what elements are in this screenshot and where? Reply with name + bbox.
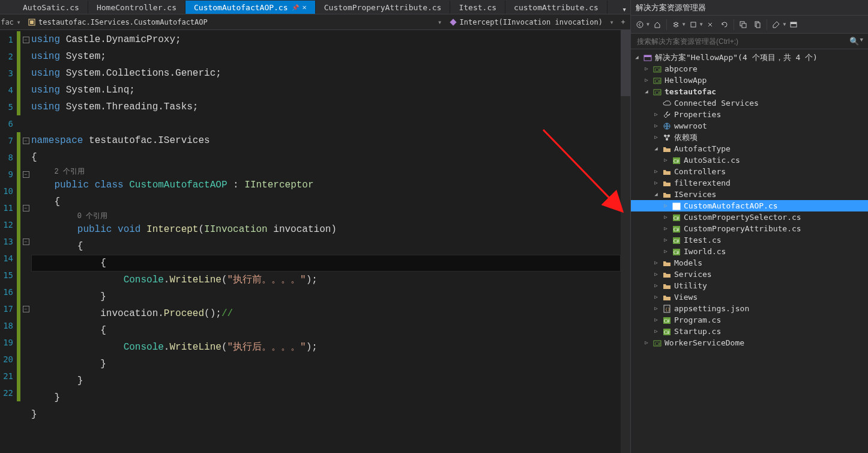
tree-node[interactable]: ▷C#AutoSatic.cs [631, 154, 868, 166]
switch-views-button[interactable] [669, 18, 683, 31]
code-surface[interactable]: using Castle.DynamicProxy;using System;u… [31, 30, 621, 453]
scroll-thumb[interactable] [621, 30, 630, 96]
fold-toggle[interactable]: − [23, 205, 29, 211]
code-line[interactable]: { [31, 255, 621, 272]
codelens[interactable]: 0 个引用 [77, 212, 107, 220]
collapse-all-button[interactable] [737, 18, 750, 31]
code-line[interactable]: using System.Linq; [31, 82, 621, 99]
expand-toggle[interactable]: ▷ [653, 120, 660, 132]
code-line[interactable]: } [31, 356, 621, 372]
expand-toggle[interactable]: ▷ [662, 246, 669, 257]
code-line[interactable]: } [31, 406, 621, 423]
tree-node[interactable]: Connected Services [631, 97, 868, 109]
fold-toggle[interactable]: − [23, 138, 29, 144]
tree-node[interactable]: ▷C#Program.cs [631, 314, 868, 326]
code-line[interactable]: } [31, 372, 621, 389]
expand-toggle[interactable]: ▷ [643, 337, 650, 348]
code-line[interactable]: { [31, 149, 621, 166]
expand-toggle[interactable]: ◢ [643, 86, 650, 97]
solution-node[interactable]: ◢ 解决方案"HellowApp"(4 个项目，共 4 个) [631, 52, 868, 63]
expand-toggle[interactable]: ▷ [653, 291, 660, 303]
nav-add-button[interactable]: ＋ [616, 17, 630, 27]
tree-node[interactable]: ▷依赖项 [631, 132, 868, 143]
tree-node[interactable]: ▷wwwroot [631, 120, 868, 132]
tree-node[interactable]: ▷Utility [631, 280, 868, 291]
tree-node[interactable]: ▷{}appsettings.json [631, 303, 868, 314]
solution-tree[interactable]: ◢ 解决方案"HellowApp"(4 个项目，共 4 个) ▷C#abpcor… [631, 49, 868, 453]
expand-toggle[interactable]: ▷ [653, 166, 660, 177]
expand-toggle[interactable]: ▷ [653, 280, 660, 291]
tree-node[interactable]: ◢IServices [631, 189, 868, 200]
code-line[interactable]: Console.WriteLine("执行后。。。。"); [31, 339, 621, 356]
tree-node[interactable]: ▷C#Itest.cs [631, 234, 868, 246]
expand-toggle[interactable]: ▷ [653, 269, 660, 280]
search-dropdown-icon[interactable]: ▼ [860, 37, 863, 46]
home-button[interactable] [651, 18, 664, 31]
editor-tab[interactable]: customAttribute.cs [505, 1, 607, 14]
editor-tab[interactable]: AutoSatic.cs [14, 1, 88, 14]
fold-toggle[interactable]: − [23, 37, 29, 43]
expand-toggle[interactable]: ▷ [653, 177, 660, 189]
editor-tab[interactable]: CustomAutofactAOP.cs📌✕ [185, 1, 316, 14]
expand-toggle[interactable]: ▷ [662, 223, 669, 234]
tree-node[interactable]: ▷Models [631, 257, 868, 269]
tree-node[interactable]: ▷C#HellowApp [631, 74, 868, 86]
tree-node[interactable]: ▷C#CustomPropertySelector.cs [631, 211, 868, 223]
tree-node[interactable]: ▷C#CustomAutofactAOP.cs [631, 200, 868, 211]
code-line[interactable]: using System.Threading.Tasks; [31, 99, 621, 115]
expand-toggle[interactable]: ▷ [653, 109, 660, 120]
expand-toggle[interactable]: ▷ [662, 211, 669, 223]
expand-toggle[interactable]: ▷ [653, 326, 660, 337]
sync-active-doc-button[interactable] [704, 18, 717, 31]
tree-node[interactable]: ▷C#abpcore [631, 63, 868, 74]
code-line[interactable]: invocation.Proceed();// [31, 305, 621, 322]
tree-node[interactable]: ▷C#WorkerServiceDome [631, 337, 868, 348]
code-line[interactable]: public class CustomAutofactAOP : IInterc… [31, 177, 621, 193]
fold-toggle[interactable]: − [23, 171, 29, 178]
code-line[interactable]: using System; [31, 48, 621, 65]
expand-toggle[interactable]: ▷ [653, 303, 660, 314]
expand-toggle[interactable]: ◢ [653, 189, 660, 200]
tree-node[interactable]: ◢AutofactType [631, 143, 868, 154]
search-icon[interactable]: 🔍 [849, 37, 859, 46]
refresh-button[interactable] [718, 18, 731, 31]
solution-search-input[interactable] [636, 37, 849, 46]
code-line[interactable]: { [31, 238, 621, 255]
tree-node[interactable]: ▷Properties [631, 109, 868, 120]
expand-toggle[interactable]: ▷ [653, 257, 660, 269]
pending-changes-filter-button[interactable] [687, 18, 700, 31]
code-line[interactable]: namespace testautofac.IServices [31, 132, 621, 149]
fold-toggle[interactable]: − [23, 239, 29, 245]
expand-toggle[interactable]: ▷ [662, 234, 669, 246]
expand-toggle[interactable]: ▷ [643, 74, 650, 86]
nav-scope[interactable]: fac [0, 18, 14, 26]
code-line[interactable]: } [31, 389, 621, 406]
code-editor[interactable]: 12345678910111213141516171819202122 −−−−… [0, 30, 630, 453]
show-all-files-button[interactable] [751, 18, 764, 31]
nav-class-dropdown[interactable]: testautofac.IServices.CustomAutofactAOP [23, 18, 212, 26]
tree-node[interactable]: ▷C#CustomProperyAttribute.cs [631, 223, 868, 234]
properties-dropdown-icon[interactable]: ▼ [783, 22, 786, 27]
expand-toggle[interactable]: ◢ [653, 143, 660, 154]
expand-toggle[interactable]: ▷ [643, 63, 650, 74]
code-line[interactable]: using Castle.DynamicProxy; [31, 31, 621, 48]
tab-overflow-button[interactable]: ▾ [618, 5, 630, 14]
editor-tab[interactable]: Itest.cs [450, 1, 505, 14]
code-line[interactable]: using System.Collections.Generic; [31, 65, 621, 82]
expand-toggle[interactable]: ◢ [633, 52, 640, 63]
filter-dropdown-icon[interactable]: ▼ [700, 22, 703, 27]
code-line[interactable] [31, 115, 621, 132]
nav-member-dropdown[interactable]: Intercept(IInvocation invocation) [444, 18, 607, 26]
vertical-scrollbar[interactable] [621, 30, 630, 453]
tree-node[interactable]: ▷filterextend [631, 177, 868, 189]
code-line[interactable]: { [31, 322, 621, 339]
tree-node[interactable]: ▷C#Iworld.cs [631, 246, 868, 257]
close-tab-icon[interactable]: ✕ [303, 3, 307, 11]
solution-explorer-search[interactable]: 🔍 ▼ [631, 34, 868, 49]
fold-toggle[interactable]: − [23, 306, 29, 312]
tree-node[interactable]: ◢C#testautofac [631, 86, 868, 97]
pin-icon[interactable]: 📌 [292, 4, 299, 11]
properties-button[interactable] [770, 18, 783, 31]
code-line[interactable]: Console.WriteLine("执行前。。。。"); [31, 272, 621, 288]
tree-node[interactable]: ▷Controllers [631, 166, 868, 177]
